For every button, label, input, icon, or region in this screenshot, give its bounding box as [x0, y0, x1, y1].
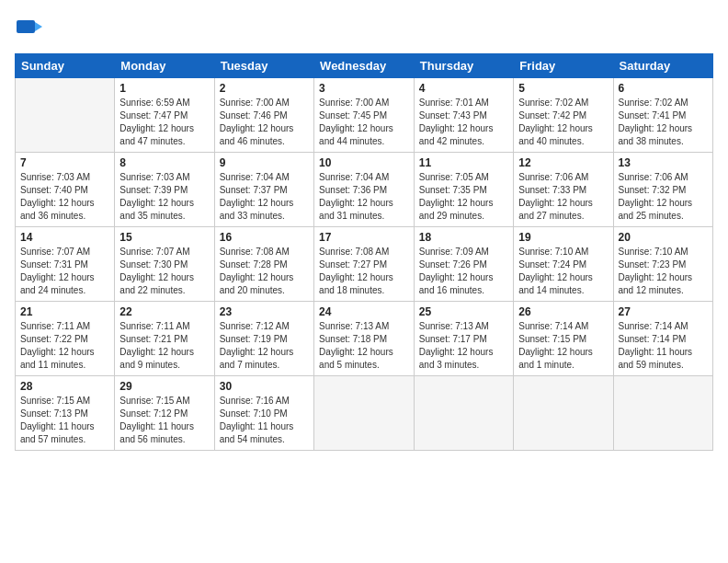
- day-header-tuesday: Tuesday: [214, 54, 313, 78]
- day-number: 2: [220, 82, 309, 95]
- calendar-cell: 29Sunrise: 7:15 AM Sunset: 7:12 PM Dayli…: [115, 376, 214, 451]
- day-info: Sunrise: 7:00 AM Sunset: 7:45 PM Dayligh…: [319, 97, 409, 148]
- calendar-cell: 5Sunrise: 7:02 AM Sunset: 7:42 PM Daylig…: [514, 78, 613, 153]
- calendar-cell: 9Sunrise: 7:04 AM Sunset: 7:37 PM Daylig…: [214, 153, 313, 227]
- day-info: Sunrise: 7:06 AM Sunset: 7:32 PM Dayligh…: [619, 171, 709, 223]
- calendar-cell: [414, 376, 513, 451]
- day-header-wednesday: Wednesday: [314, 54, 415, 78]
- day-number: 11: [419, 156, 508, 169]
- day-info: Sunrise: 7:09 AM Sunset: 7:26 PM Dayligh…: [419, 246, 508, 297]
- day-number: 15: [119, 231, 209, 244]
- day-info: Sunrise: 7:02 AM Sunset: 7:42 PM Dayligh…: [518, 97, 608, 148]
- calendar-cell: 6Sunrise: 7:02 AM Sunset: 7:41 PM Daylig…: [613, 78, 713, 153]
- svg-rect-0: [17, 20, 35, 33]
- day-header-saturday: Saturday: [613, 54, 713, 78]
- calendar-cell: 14Sunrise: 7:07 AM Sunset: 7:31 PM Dayli…: [16, 227, 115, 302]
- calendar-cell: 25Sunrise: 7:13 AM Sunset: 7:17 PM Dayli…: [414, 302, 513, 376]
- calendar-cell: 23Sunrise: 7:12 AM Sunset: 7:19 PM Dayli…: [214, 302, 313, 376]
- day-info: Sunrise: 7:04 AM Sunset: 7:37 PM Dayligh…: [220, 171, 309, 223]
- day-info: Sunrise: 7:13 AM Sunset: 7:17 PM Dayligh…: [419, 320, 508, 372]
- svg-marker-1: [35, 22, 42, 31]
- logo-icon: [15, 15, 44, 44]
- calendar-cell: 13Sunrise: 7:06 AM Sunset: 7:32 PM Dayli…: [613, 153, 713, 227]
- calendar-cell: [514, 376, 613, 451]
- day-info: Sunrise: 6:59 AM Sunset: 7:47 PM Dayligh…: [119, 97, 209, 148]
- day-info: Sunrise: 7:00 AM Sunset: 7:46 PM Dayligh…: [220, 97, 309, 148]
- day-info: Sunrise: 7:11 AM Sunset: 7:21 PM Dayligh…: [119, 320, 209, 372]
- calendar-cell: 10Sunrise: 7:04 AM Sunset: 7:36 PM Dayli…: [314, 153, 415, 227]
- day-number: 29: [119, 380, 209, 393]
- day-info: Sunrise: 7:07 AM Sunset: 7:30 PM Dayligh…: [119, 246, 209, 297]
- day-number: 17: [319, 231, 409, 244]
- day-number: 4: [419, 82, 508, 95]
- day-number: 24: [319, 305, 409, 318]
- day-info: Sunrise: 7:04 AM Sunset: 7:36 PM Dayligh…: [319, 171, 409, 223]
- day-number: 18: [419, 231, 508, 244]
- day-info: Sunrise: 7:05 AM Sunset: 7:35 PM Dayligh…: [419, 171, 508, 223]
- day-header-monday: Monday: [115, 54, 214, 78]
- day-info: Sunrise: 7:15 AM Sunset: 7:13 PM Dayligh…: [20, 395, 109, 446]
- calendar-cell: 2Sunrise: 7:00 AM Sunset: 7:46 PM Daylig…: [214, 78, 313, 153]
- day-info: Sunrise: 7:14 AM Sunset: 7:14 PM Dayligh…: [619, 320, 709, 372]
- day-number: 27: [619, 305, 709, 318]
- day-number: 16: [220, 231, 309, 244]
- day-info: Sunrise: 7:07 AM Sunset: 7:31 PM Dayligh…: [20, 246, 109, 297]
- day-number: 26: [518, 305, 608, 318]
- calendar-cell: [314, 376, 415, 451]
- day-info: Sunrise: 7:01 AM Sunset: 7:43 PM Dayligh…: [419, 97, 508, 148]
- day-info: Sunrise: 7:16 AM Sunset: 7:10 PM Dayligh…: [220, 395, 309, 446]
- day-info: Sunrise: 7:15 AM Sunset: 7:12 PM Dayligh…: [119, 395, 209, 446]
- calendar-cell: 26Sunrise: 7:14 AM Sunset: 7:15 PM Dayli…: [514, 302, 613, 376]
- week-row-5: 28Sunrise: 7:15 AM Sunset: 7:13 PM Dayli…: [16, 376, 713, 451]
- day-number: 3: [319, 82, 409, 95]
- calendar-cell: [613, 376, 713, 451]
- day-number: 8: [119, 156, 209, 169]
- day-info: Sunrise: 7:13 AM Sunset: 7:18 PM Dayligh…: [319, 320, 409, 372]
- day-number: 14: [20, 231, 109, 244]
- day-number: 13: [619, 156, 709, 169]
- calendar-cell: [16, 78, 115, 153]
- header: [15, 15, 713, 44]
- day-number: 12: [518, 156, 608, 169]
- week-row-4: 21Sunrise: 7:11 AM Sunset: 7:22 PM Dayli…: [16, 302, 713, 376]
- day-info: Sunrise: 7:10 AM Sunset: 7:24 PM Dayligh…: [518, 246, 608, 297]
- calendar-cell: 28Sunrise: 7:15 AM Sunset: 7:13 PM Dayli…: [16, 376, 115, 451]
- calendar-header-row: SundayMondayTuesdayWednesdayThursdayFrid…: [16, 54, 713, 78]
- calendar-cell: 21Sunrise: 7:11 AM Sunset: 7:22 PM Dayli…: [16, 302, 115, 376]
- calendar-cell: 24Sunrise: 7:13 AM Sunset: 7:18 PM Dayli…: [314, 302, 415, 376]
- day-number: 7: [20, 156, 109, 169]
- day-number: 9: [220, 156, 309, 169]
- calendar-cell: 3Sunrise: 7:00 AM Sunset: 7:45 PM Daylig…: [314, 78, 415, 153]
- day-number: 10: [319, 156, 409, 169]
- calendar-cell: 20Sunrise: 7:10 AM Sunset: 7:23 PM Dayli…: [613, 227, 713, 302]
- calendar-cell: 15Sunrise: 7:07 AM Sunset: 7:30 PM Dayli…: [115, 227, 214, 302]
- week-row-3: 14Sunrise: 7:07 AM Sunset: 7:31 PM Dayli…: [16, 227, 713, 302]
- day-info: Sunrise: 7:14 AM Sunset: 7:15 PM Dayligh…: [518, 320, 608, 372]
- day-number: 28: [20, 380, 109, 393]
- day-number: 1: [119, 82, 209, 95]
- calendar-cell: 17Sunrise: 7:08 AM Sunset: 7:27 PM Dayli…: [314, 227, 415, 302]
- day-number: 22: [119, 305, 209, 318]
- calendar-cell: 12Sunrise: 7:06 AM Sunset: 7:33 PM Dayli…: [514, 153, 613, 227]
- day-info: Sunrise: 7:02 AM Sunset: 7:41 PM Dayligh…: [619, 97, 709, 148]
- day-info: Sunrise: 7:08 AM Sunset: 7:27 PM Dayligh…: [319, 246, 409, 297]
- day-header-friday: Friday: [514, 54, 613, 78]
- calendar-cell: 1Sunrise: 6:59 AM Sunset: 7:47 PM Daylig…: [115, 78, 214, 153]
- calendar-cell: 30Sunrise: 7:16 AM Sunset: 7:10 PM Dayli…: [214, 376, 313, 451]
- day-info: Sunrise: 7:10 AM Sunset: 7:23 PM Dayligh…: [619, 246, 709, 297]
- day-info: Sunrise: 7:03 AM Sunset: 7:39 PM Dayligh…: [119, 171, 209, 223]
- day-number: 19: [518, 231, 608, 244]
- day-info: Sunrise: 7:12 AM Sunset: 7:19 PM Dayligh…: [220, 320, 309, 372]
- day-number: 30: [220, 380, 309, 393]
- calendar-table: SundayMondayTuesdayWednesdayThursdayFrid…: [15, 53, 713, 451]
- logo: [15, 15, 46, 44]
- day-number: 6: [619, 82, 709, 95]
- day-info: Sunrise: 7:11 AM Sunset: 7:22 PM Dayligh…: [20, 320, 109, 372]
- day-number: 5: [518, 82, 608, 95]
- day-number: 20: [619, 231, 709, 244]
- day-header-thursday: Thursday: [414, 54, 513, 78]
- day-header-sunday: Sunday: [16, 54, 115, 78]
- calendar-cell: 4Sunrise: 7:01 AM Sunset: 7:43 PM Daylig…: [414, 78, 513, 153]
- day-info: Sunrise: 7:06 AM Sunset: 7:33 PM Dayligh…: [518, 171, 608, 223]
- calendar-cell: 7Sunrise: 7:03 AM Sunset: 7:40 PM Daylig…: [16, 153, 115, 227]
